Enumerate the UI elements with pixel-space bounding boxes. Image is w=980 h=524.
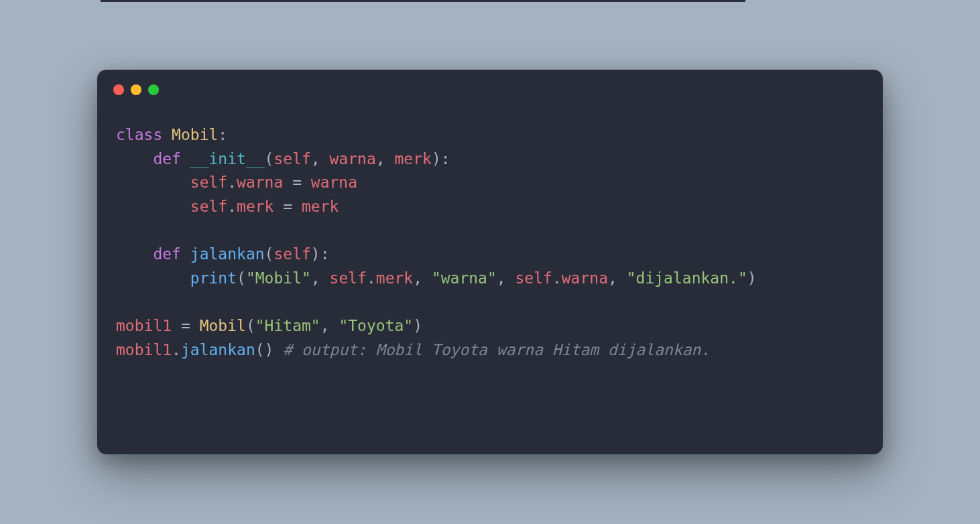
function-jalankan: jalankan xyxy=(190,245,265,263)
attr-merk: merk xyxy=(376,269,413,287)
dot: . xyxy=(227,174,237,191)
comma: , xyxy=(320,317,339,334)
comma: , xyxy=(413,269,432,287)
dot: . xyxy=(227,198,237,215)
comma: , xyxy=(311,150,330,168)
param-merk: merk xyxy=(394,150,431,168)
param-warna: warna xyxy=(330,150,376,168)
string-literal: "Toyota" xyxy=(339,317,413,334)
self-ref: self xyxy=(190,198,227,215)
comma: , xyxy=(608,269,627,287)
self-ref: self xyxy=(190,174,227,191)
builtin-print: print xyxy=(190,269,237,287)
minimize-icon[interactable] xyxy=(131,84,141,95)
assign: = xyxy=(172,317,200,334)
attr-warna: warna xyxy=(562,269,608,287)
dot: . xyxy=(172,341,181,358)
var-mobil1: mobil1 xyxy=(116,317,172,334)
class-name: Mobil xyxy=(200,317,246,334)
self-ref: self xyxy=(330,269,367,287)
comma: , xyxy=(376,150,395,168)
paren-close: ) xyxy=(747,269,757,287)
close-icon[interactable] xyxy=(113,84,124,95)
colon: : xyxy=(441,150,450,168)
paren-close: ) xyxy=(432,150,441,168)
keyword-def: def xyxy=(153,150,181,168)
class-name: Mobil xyxy=(172,126,218,143)
colon: : xyxy=(218,126,227,143)
top-bar-decoration xyxy=(101,0,745,2)
paren-open: ( xyxy=(265,245,274,263)
string-literal: "Mobil" xyxy=(246,269,311,287)
paren-open: ( xyxy=(246,317,255,334)
string-literal: "Hitam" xyxy=(255,317,320,334)
attr-warna: warna xyxy=(237,174,283,191)
self-ref: self xyxy=(515,269,552,287)
keyword-def: def xyxy=(153,245,181,263)
paren-close: ) xyxy=(311,245,320,263)
var-mobil1: mobil1 xyxy=(116,341,172,358)
code-block: class Mobil: def __init__(self, warna, m… xyxy=(97,101,883,394)
attr-merk: merk xyxy=(237,198,273,215)
paren-close: ) xyxy=(413,317,422,334)
string-literal: "warna" xyxy=(432,269,497,287)
dot: . xyxy=(367,269,376,287)
method-call: jalankan xyxy=(181,341,255,358)
paren-open: ( xyxy=(255,341,265,358)
function-init: __init__ xyxy=(190,150,265,168)
paren-open: ( xyxy=(265,150,274,168)
comma: , xyxy=(311,269,330,287)
window-titlebar xyxy=(97,70,883,101)
paren-open: ( xyxy=(237,269,246,287)
code-window: class Mobil: def __init__(self, warna, m… xyxy=(97,70,883,454)
param-self: self xyxy=(273,150,310,168)
dot: . xyxy=(552,269,562,287)
maximize-icon[interactable] xyxy=(148,84,159,95)
colon: : xyxy=(320,245,330,263)
comma: , xyxy=(497,269,515,287)
var-warna: warna xyxy=(311,174,357,191)
param-self: self xyxy=(273,245,310,263)
paren-close: ) xyxy=(265,341,274,358)
var-merk: merk xyxy=(302,198,339,215)
comment: # output: Mobil Toyota warna Hitam dijal… xyxy=(283,341,710,358)
assign: = xyxy=(283,174,311,191)
keyword-class: class xyxy=(116,126,162,143)
string-literal: "dijalankan." xyxy=(627,269,747,287)
assign: = xyxy=(273,198,302,215)
